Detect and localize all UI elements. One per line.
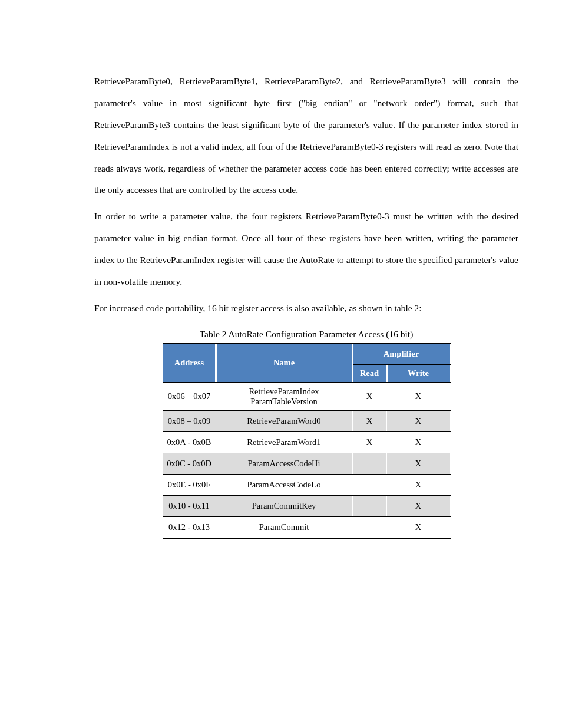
col-header-amplifier: Amplifier [352,344,450,365]
cell-read [352,453,386,475]
cell-write: X [386,411,450,432]
paragraph-1: RetrieveParamByte0, RetrieveParamByte1, … [94,71,518,201]
cell-address: 0x10 - 0x11 [163,496,216,517]
cell-address: 0x08 – 0x09 [163,411,216,432]
cell-read: X [352,383,386,411]
cell-address: 0x0E - 0x0F [163,475,216,496]
table-row: 0x08 – 0x09 RetrieveParamWord0 X X [163,411,450,432]
cell-name-line2: ParamTableVersion [250,397,317,406]
table-row: 0x0E - 0x0F ParamAccessCodeLo X [163,475,450,496]
table-row: 0x12 - 0x13 ParamCommit X [163,517,450,538]
page-content: RetrieveParamByte0, RetrieveParamByte1, … [94,71,518,539]
cell-write: X [386,517,450,538]
cell-write: X [386,432,450,453]
cell-write: X [386,383,450,411]
cell-read: X [352,432,386,453]
col-header-read: Read [352,365,386,383]
text-line: For increased code portability, 16 bit r… [94,303,422,313]
cell-read [352,475,386,496]
cell-name: ParamAccessCodeLo [216,475,352,496]
table-row: 0x0A - 0x0B RetrieveParamWord1 X X [163,432,450,453]
cell-write: X [386,475,450,496]
cell-address: 0x06 – 0x07 [163,383,216,411]
cell-write: X [386,453,450,475]
cell-read [352,496,386,517]
cell-address: 0x0A - 0x0B [163,432,216,453]
table-row: 0x0C - 0x0D ParamAccessCodeHi X [163,453,450,475]
text-line: In order to write a parameter value, the… [94,211,453,221]
text-line: accesses that are controlled by the acce… [126,185,298,195]
paragraph-3: For increased code portability, 16 bit r… [94,298,518,319]
cell-name: ParamCommit [216,517,352,538]
col-header-name: Name [216,344,352,383]
cell-read [352,517,386,538]
cell-name: ParamAccessCodeHi [216,453,352,475]
cell-name: RetrieveParamIndex ParamTableVersion [216,383,352,411]
cell-read: X [352,411,386,432]
config-param-table: Address Name Amplifier Read Write 0x06 –… [163,343,451,539]
paragraph-2: In order to write a parameter value, the… [94,206,518,293]
table-wrap: Address Name Amplifier Read Write 0x06 –… [94,343,518,539]
text-line: RetrieveParamByte0, RetrieveParamByte1, … [94,76,467,86]
cell-write: X [386,496,450,517]
table-row: 0x06 – 0x07 RetrieveParamIndex ParamTabl… [163,383,450,411]
cell-name-line1: RetrieveParamIndex [249,387,319,396]
col-header-write: Write [386,365,450,383]
col-header-address: Address [163,344,216,383]
cell-name: RetrieveParamWord1 [216,432,352,453]
table-row: 0x10 - 0x11 ParamCommitKey X [163,496,450,517]
cell-address: 0x12 - 0x13 [163,517,216,538]
cell-address: 0x0C - 0x0D [163,453,216,475]
table-caption: Table 2 AutoRate Configuration Parameter… [94,329,518,340]
cell-name: RetrieveParamWord0 [216,411,352,432]
cell-name: ParamCommitKey [216,496,352,517]
